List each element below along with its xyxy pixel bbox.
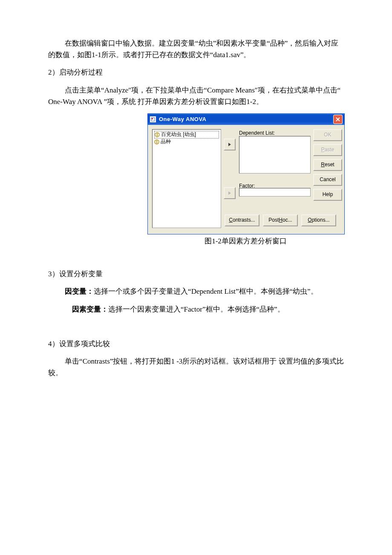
variable-list[interactable]: 百兖幼虫 [幼虫] 品种 (152, 129, 221, 228)
ok-button[interactable]: OK (313, 129, 342, 141)
dialog-titlebar[interactable]: One-Way ANOVA (148, 114, 344, 125)
scale-icon (155, 132, 160, 137)
variable-item[interactable]: 品种 (154, 139, 219, 145)
dependent-list-label: Dependent List: (239, 129, 311, 135)
text-factor: 选择一个因素变量进入“Factor”框中。本例选择“品种”。 (108, 305, 285, 313)
text-dependent: 选择一个或多个因子变量进入“Dependent List”框中。本例选择“幼虫”… (94, 287, 318, 295)
move-to-factor-button[interactable] (224, 187, 236, 199)
close-icon[interactable] (333, 115, 343, 124)
figure-caption: 图1-2单因素方差分析窗口 (147, 235, 344, 247)
heading-step2: 2）启动分析过程 (48, 66, 344, 78)
paragraph-dependent: 因变量：选择一个或多个因子变量进入“Dependent List”框中。本例选择… (48, 286, 344, 297)
paragraph-intro: 在数据编辑窗口中输入数据。建立因变量“幼虫”和因素水平变量“品种”，然后输入对应… (48, 38, 344, 61)
help-button[interactable]: Help (313, 189, 342, 201)
paste-button[interactable]: Paste (313, 144, 342, 156)
app-icon (150, 116, 156, 123)
scale-icon (154, 139, 159, 145)
dependent-list[interactable] (239, 136, 311, 173)
paragraph-step4: 单击“Contrasts”按钮，将打开如图1 -3所示的对话框。该对话框用于 设… (48, 356, 344, 379)
factor-input[interactable] (239, 188, 311, 197)
heading-step4: 4）设置多项式比较 (48, 338, 344, 350)
label-factor: 因素变量： (72, 305, 108, 313)
dialog-bottom-buttons: Contrasts... Post Hoc... Options... (224, 214, 342, 226)
paragraph-factor: 因素变量：选择一个因素变量进入“Factor”框中。本例选择“品种”。 (72, 304, 344, 315)
dialog-side-buttons: OK Paste Reset Cancel Help (313, 129, 342, 201)
anova-dialog: One-Way ANOVA 百兖幼虫 [幼虫] (147, 113, 345, 234)
reset-button[interactable]: Reset (313, 159, 342, 171)
heading-step3: 3）设置分析变量 (48, 268, 344, 280)
options-button[interactable]: Options... (301, 214, 336, 226)
cancel-button[interactable]: Cancel (313, 174, 342, 186)
paragraph-step2: 点击主菜单“Analyze″项，在下拉菜单中点击“Compare Means″项… (48, 84, 344, 107)
contrasts-button[interactable]: Contrasts... (225, 214, 259, 226)
label-dependent: 因变量： (65, 287, 94, 295)
move-to-dependent-button[interactable] (224, 139, 236, 150)
dialog-body: 百兖幼虫 [幼虫] 品种 Dependent List: (148, 125, 344, 234)
document-page: 在数据编辑窗口中输入数据。建立因变量“幼虫”和因素水平变量“品种”，然后输入对应… (0, 0, 392, 555)
svg-rect-1 (152, 118, 153, 119)
posthoc-button[interactable]: Post Hoc... (263, 214, 298, 226)
dialog-title: One-Way ANOVA (159, 115, 333, 124)
variable-label: 品种 (161, 138, 171, 146)
figure-anova-dialog: One-Way ANOVA 百兖幼虫 [幼虫] (147, 113, 344, 247)
variable-item[interactable]: 百兖幼虫 [幼虫] (154, 131, 219, 139)
